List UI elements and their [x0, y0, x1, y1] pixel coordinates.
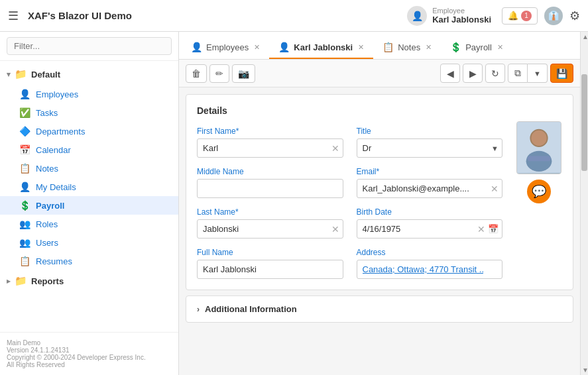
toolbar: 🗑 ✏ 📷 ◀ ▶ ↻	[179, 60, 580, 87]
employee-header-icon: 👤	[407, 6, 427, 26]
clone-dropdown-arrow[interactable]: ▼	[528, 64, 548, 83]
sidebar-item-employees-label: Employees	[36, 89, 78, 99]
reports-folder-icon: 📁	[15, 275, 27, 287]
scroll-up-button[interactable]: ▲	[581, 32, 588, 42]
address-input[interactable]	[357, 260, 503, 279]
sidebar-item-payroll[interactable]: 💲 Payroll	[0, 196, 178, 215]
prev-icon: ◀	[447, 68, 454, 79]
next-button[interactable]: ▶	[463, 64, 483, 83]
title-select[interactable]: Dr Mr Mrs Ms Prof	[357, 138, 503, 158]
full-name-label: Full Name	[197, 248, 343, 257]
roles-icon: 👥	[19, 219, 30, 229]
tab-employees[interactable]: 👤 Employees ✕	[182, 36, 269, 59]
tab-notes-close[interactable]: ✕	[426, 44, 432, 51]
save-button[interactable]: 💾	[550, 64, 573, 83]
tab-notes-label: Notes	[398, 42, 420, 52]
clone-dropdown: ⧉ ▼	[508, 64, 548, 83]
footer-line3: Copyright © 2000-2024 Developer Express …	[7, 354, 172, 361]
last-name-clear[interactable]: ✕	[331, 224, 339, 235]
middle-name-input[interactable]	[197, 179, 343, 198]
app-title: XAF's Blazor UI Demo	[28, 10, 407, 21]
middle-name-label: Middle Name	[197, 167, 343, 176]
email-input[interactable]	[357, 179, 503, 198]
full-name-input[interactable]	[197, 260, 343, 279]
sidebar-item-departments-label: Departments	[36, 127, 85, 136]
sidebar-nav: ▾ 📁 Default 👤 Employees ✅ Tasks 🔷 Depart…	[0, 61, 178, 332]
top-header: ☰ XAF's Blazor UI Demo 👤 Employee Karl J…	[0, 0, 588, 32]
footer-line2: Version 24.1.1.24131	[7, 347, 172, 354]
calendar-picker-button[interactable]: 📅	[488, 224, 499, 234]
tab-payroll-close[interactable]: ✕	[497, 44, 503, 51]
tab-employees-icon: 👤	[191, 42, 202, 52]
tab-karl-close[interactable]: ✕	[358, 44, 364, 51]
hamburger-icon[interactable]: ☰	[8, 9, 19, 23]
additional-header[interactable]: › Additional Information	[186, 296, 573, 322]
chevron-right-icon: ▸	[7, 277, 11, 286]
field-title: Title Dr Mr Mrs Ms Prof ▼	[357, 127, 503, 158]
sidebar-item-users[interactable]: 👥 Users	[0, 233, 178, 252]
employee-label: Employee	[432, 7, 491, 15]
sidebar-item-mydetails[interactable]: 👤 My Details	[0, 178, 178, 196]
sidebar: ▾ 📁 Default 👤 Employees ✅ Tasks 🔷 Depart…	[0, 32, 179, 375]
first-name-clear[interactable]: ✕	[331, 143, 339, 154]
sidebar-group-reports-label: Reports	[31, 276, 64, 286]
first-name-input[interactable]	[197, 138, 343, 158]
sidebar-group-default-header[interactable]: ▾ 📁 Default	[0, 64, 178, 85]
sidebar-group-reports-header[interactable]: ▸ 📁 Reports	[0, 270, 178, 292]
email-input-wrap: ✕	[357, 179, 503, 198]
sidebar-item-calendar-label: Calendar	[36, 145, 71, 155]
chat-icon: 💬	[532, 184, 546, 199]
content-area: 👤 Employees ✕ 👤 Karl Jablonski ✕ 📋 Notes…	[179, 32, 580, 375]
chat-fab-button[interactable]: 💬	[527, 180, 551, 203]
last-name-input-wrap: ✕	[197, 219, 343, 239]
payroll-icon: 💲	[19, 200, 30, 211]
birth-date-input-wrap: ✕ 📅	[357, 219, 503, 239]
sidebar-item-resumes-label: Resumes	[36, 256, 72, 266]
departments-icon: 🔷	[19, 126, 30, 136]
sidebar-item-roles[interactable]: 👥 Roles	[0, 215, 178, 233]
clone-button[interactable]: ⧉	[508, 64, 528, 83]
sidebar-item-employees[interactable]: 👤 Employees	[0, 85, 178, 103]
sidebar-item-calendar[interactable]: 📅 Calendar	[0, 140, 178, 159]
tab-karl-jablonski[interactable]: 👤 Karl Jablonski ✕	[269, 36, 373, 59]
gear-button[interactable]: ⚙	[569, 9, 580, 23]
photo-button[interactable]: 📷	[232, 64, 255, 83]
email-clear[interactable]: ✕	[491, 184, 499, 194]
additional-section: › Additional Information	[186, 295, 573, 323]
edit-button[interactable]: ✏	[209, 64, 229, 83]
address-input-wrap	[357, 260, 503, 279]
users-icon: 👥	[19, 237, 30, 248]
tab-notes[interactable]: 📋 Notes ✕	[373, 36, 441, 59]
field-first-name: First Name* ✕	[197, 127, 343, 158]
delete-button[interactable]: 🗑	[186, 64, 207, 83]
birth-date-label: Birth Date	[357, 207, 503, 217]
tab-payroll[interactable]: 💲 Payroll ✕	[441, 36, 512, 59]
sidebar-group-reports: ▸ 📁 Reports	[0, 270, 178, 292]
bell-button[interactable]: 🔔 1	[502, 7, 538, 25]
full-name-input-wrap	[197, 260, 343, 279]
prev-button[interactable]: ◀	[440, 64, 460, 83]
title-select-wrap: Dr Mr Mrs Ms Prof ▼	[357, 138, 503, 158]
sidebar-item-tasks[interactable]: ✅ Tasks	[0, 103, 178, 122]
search-input[interactable]	[7, 37, 172, 55]
sidebar-item-resumes[interactable]: 📋 Resumes	[0, 252, 178, 270]
profile-photo-image	[517, 122, 561, 174]
tab-employees-close[interactable]: ✕	[254, 44, 260, 51]
field-email: Email* ✕	[357, 167, 503, 198]
header-employee-info: 👤 Employee Karl Jablonski	[407, 6, 491, 26]
mydetails-icon: 👤	[19, 182, 30, 192]
refresh-button[interactable]: ↻	[485, 64, 505, 83]
chevron-down-icon: ▾	[7, 70, 11, 79]
profile-photo	[516, 121, 561, 174]
sidebar-item-departments[interactable]: 🔷 Departments	[0, 122, 178, 140]
footer-line4: All Rights Reserved	[7, 361, 172, 368]
profile-photo-area: 💬	[516, 121, 562, 203]
employee-name: Karl Jablonski	[432, 15, 491, 25]
last-name-input[interactable]	[197, 219, 343, 239]
additional-label: Additional Information	[205, 304, 297, 314]
sidebar-item-notes-label: Notes	[36, 164, 58, 174]
scroll-down-button[interactable]: ▼	[581, 365, 588, 375]
birth-date-clear[interactable]: ✕	[477, 224, 485, 235]
sidebar-item-notes[interactable]: 📋 Notes	[0, 159, 178, 178]
scroll-thumb[interactable]	[581, 74, 587, 171]
